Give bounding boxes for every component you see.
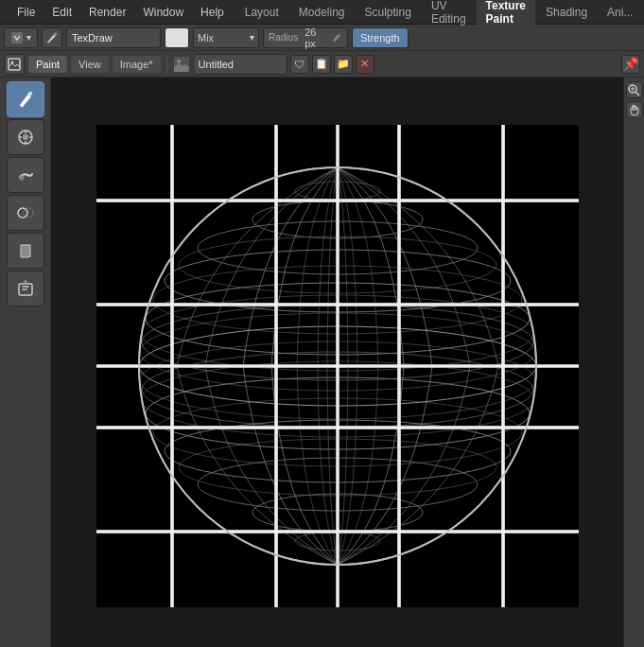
mask-tool-icon xyxy=(16,279,35,298)
fill-tool-icon xyxy=(16,241,35,260)
tab-modeling[interactable]: Modeling xyxy=(289,3,355,22)
toolbar: ▾ Mix ▾ Radius 26 px Strength xyxy=(0,25,644,51)
svg-rect-61 xyxy=(96,125,579,607)
image-editor-icon xyxy=(7,57,22,72)
image-close-btn[interactable]: ✕ xyxy=(356,55,374,74)
image-name-area: Untitled 🛡 📋 📁 ✕ xyxy=(173,54,618,75)
menu-file[interactable]: File xyxy=(9,4,43,21)
divider xyxy=(166,55,167,74)
editor-type-btn[interactable] xyxy=(4,54,25,75)
strength-button[interactable]: Strength xyxy=(352,27,409,48)
tab-texture-paint[interactable]: Texture Paint xyxy=(477,0,535,28)
tool-mask[interactable] xyxy=(7,271,44,306)
image-editor-header: Paint View Image* Untitled 🛡 📋 📁 ✕ 📌 xyxy=(0,51,644,78)
tool-soften[interactable] xyxy=(7,119,44,155)
viewport-canvas xyxy=(51,85,623,647)
mode-icon xyxy=(10,31,24,44)
svg-point-11 xyxy=(23,134,28,140)
tab-layout[interactable]: Layout xyxy=(235,3,288,22)
sphere-wireframe xyxy=(96,125,579,607)
svg-point-12 xyxy=(19,176,24,181)
left-tool-panel xyxy=(0,78,51,647)
color-swatch[interactable] xyxy=(165,27,189,48)
smear-tool-icon xyxy=(16,166,35,184)
edit-radius-icon xyxy=(332,32,342,43)
menu-help[interactable]: Help xyxy=(193,4,232,21)
pan-tool-btn[interactable] xyxy=(626,101,643,118)
tab-paint[interactable]: Paint xyxy=(28,56,67,73)
pin-button[interactable]: 📌 xyxy=(621,55,640,74)
image-protect-btn[interactable]: 🛡 xyxy=(290,55,309,74)
viewport[interactable] xyxy=(51,78,623,647)
tool-clone[interactable] xyxy=(7,195,44,231)
menu-window[interactable]: Window xyxy=(135,4,191,21)
svg-rect-5 xyxy=(9,59,20,70)
clone-tool-icon xyxy=(16,203,35,222)
tab-view[interactable]: View xyxy=(71,56,109,73)
tool-fill[interactable] xyxy=(7,233,44,269)
blend-mode-dropdown[interactable]: Mix ▾ xyxy=(193,27,259,48)
menu-render[interactable]: Render xyxy=(81,4,133,21)
tab-sculpting[interactable]: Sculpting xyxy=(356,3,421,22)
brush-icon xyxy=(44,30,60,45)
svg-rect-3 xyxy=(11,32,23,44)
tab-uv-editing[interactable]: UV Editing xyxy=(422,0,476,28)
main-area xyxy=(0,78,644,647)
zoom-tool-btn[interactable] xyxy=(626,81,643,98)
image-name-display: Untitled xyxy=(193,54,287,75)
zoom-icon xyxy=(628,84,640,96)
image-thumbnail-icon xyxy=(173,56,190,73)
svg-point-16 xyxy=(24,280,27,284)
tab-image[interactable]: Image* xyxy=(113,56,161,73)
menu-bar: File Edit Render Window Help Layout Mode… xyxy=(0,0,644,25)
tab-shading[interactable]: Shading xyxy=(536,3,597,22)
radius-field[interactable]: Radius 26 px xyxy=(263,27,348,48)
menu-edit[interactable]: Edit xyxy=(44,4,79,21)
hand-icon xyxy=(628,104,640,116)
workspace-tabs: Layout Modeling Sculpting UV Editing Tex… xyxy=(235,0,643,28)
image-copy-btn[interactable]: 📋 xyxy=(312,55,331,74)
dropdown-arrow-icon: ▾ xyxy=(250,32,254,43)
brush-type-btn[interactable] xyxy=(42,27,62,48)
brush-name-input[interactable] xyxy=(66,27,161,48)
svg-point-8 xyxy=(177,60,181,63)
tool-smear[interactable] xyxy=(7,157,44,193)
mode-selector[interactable]: ▾ xyxy=(4,27,38,48)
svg-line-64 xyxy=(635,92,639,96)
image-open-btn[interactable]: 📁 xyxy=(334,55,353,74)
svg-point-13 xyxy=(18,208,27,218)
draw-tool-icon xyxy=(16,90,35,109)
right-panel xyxy=(623,78,644,647)
tool-draw[interactable] xyxy=(7,81,44,117)
tab-animation[interactable]: Ani... xyxy=(598,3,642,22)
soften-tool-icon xyxy=(16,128,35,147)
